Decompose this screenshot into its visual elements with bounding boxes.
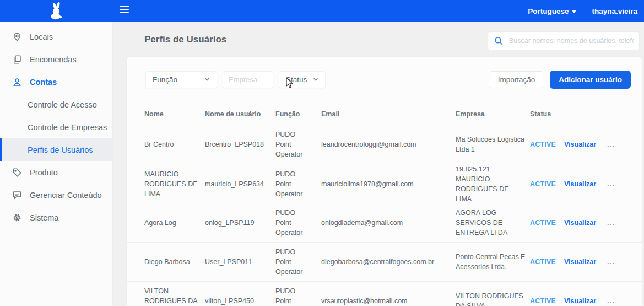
message-icon bbox=[12, 190, 22, 200]
sidebar-item-label: Contas bbox=[30, 78, 57, 87]
sidebar-item-contas[interactable]: Contas bbox=[0, 71, 112, 93]
col-header-status: Status bbox=[530, 110, 564, 118]
visualizar-link[interactable]: Visualizar bbox=[564, 219, 596, 227]
filter-bar: Função Status Importação Adicionar usuár… bbox=[145, 71, 631, 88]
sidebar-item-label: Encomendas bbox=[30, 55, 77, 64]
search-box bbox=[488, 31, 640, 50]
sidebar-item-locais[interactable]: Locais bbox=[0, 25, 112, 48]
sidebar-item-encomendas[interactable]: Encomendas bbox=[0, 48, 112, 71]
adicionar-usuario-button[interactable]: Adicionar usuário bbox=[550, 71, 631, 89]
row-actions-ellipsis-icon[interactable]: ... bbox=[607, 179, 629, 190]
visualizar-link[interactable]: Visualizar bbox=[564, 180, 596, 188]
visualizar-link[interactable]: Visualizar bbox=[564, 297, 596, 305]
sidebar-item-label: Controle de Acesso bbox=[28, 100, 97, 109]
person-icon bbox=[12, 77, 22, 87]
cell-funcao: PUDO Point Operator bbox=[275, 286, 311, 306]
cell-username: mauricio_LPSP634 bbox=[205, 179, 275, 189]
table-row: VILTON RODRIGUES DA SILVA vilton_LPSP450… bbox=[127, 281, 642, 306]
sidebar-item-controle-de-acesso[interactable]: Controle de Acesso bbox=[0, 93, 112, 116]
empresa-input[interactable] bbox=[229, 76, 267, 84]
row-actions-ellipsis-icon[interactable]: ... bbox=[607, 139, 629, 150]
language-label: Portuguese bbox=[528, 7, 569, 15]
cell-nome: MAURICIO RODRIGUES DE LIMA bbox=[144, 169, 205, 199]
table-row: Agora Log onlog_LPSP119 PUDO Point Opera… bbox=[127, 203, 642, 242]
table-row: Br Centro Brcentro_LPSP018 PUDO Point Op… bbox=[127, 125, 642, 164]
cell-username: onlog_LPSP119 bbox=[205, 218, 275, 228]
search-input[interactable] bbox=[509, 37, 634, 45]
sidebar-item-produto[interactable]: Produto bbox=[0, 161, 112, 184]
rabbit-logo-icon bbox=[47, 2, 66, 20]
funcao-select-value: Função bbox=[153, 76, 177, 84]
mouse-cursor bbox=[285, 77, 294, 89]
cell-username: vilton_LPSP450 bbox=[205, 296, 275, 306]
search-icon bbox=[494, 36, 504, 46]
pages-icon bbox=[12, 55, 22, 65]
col-header-username: Nome de usuário bbox=[205, 110, 275, 118]
visualizar-link[interactable]: Visualizar bbox=[564, 141, 596, 148]
col-header-email: Email bbox=[321, 110, 456, 118]
status-badge: ACTIVE bbox=[530, 296, 564, 306]
sidebar-item-label: Produto bbox=[30, 168, 58, 177]
cell-funcao: PUDO Point Operator bbox=[275, 169, 311, 199]
sidebar-item-label: Controle de Empresas bbox=[28, 123, 107, 132]
users-card: Função Status Importação Adicionar usuár… bbox=[127, 57, 642, 306]
sidebar-item-label: Gerenciar Conteúdo bbox=[30, 191, 102, 200]
cell-nome: Diego Barbosa bbox=[144, 257, 205, 267]
cell-nome: Br Centro bbox=[144, 139, 205, 149]
location-pin-icon bbox=[12, 32, 22, 42]
sidebar-item-gerenciar-conteudo[interactable]: Gerenciar Conteúdo bbox=[0, 184, 112, 206]
sidebar-item-label: Locais bbox=[30, 33, 53, 41]
cell-email: leandrocentrologgi@gmail.com bbox=[321, 139, 456, 149]
cell-nome: Agora Log bbox=[144, 218, 205, 228]
cell-funcao: PUDO Point Operator bbox=[275, 208, 311, 238]
cell-email: onlogdiadema@gmail.com bbox=[321, 218, 456, 228]
table-header-row: Nome Nome de usuário Função Email Empres… bbox=[127, 104, 642, 125]
row-actions-ellipsis-icon[interactable]: ... bbox=[607, 257, 629, 267]
chevron-down-icon bbox=[204, 77, 210, 82]
sidebar-item-label: Perfis de Usuários bbox=[28, 146, 93, 154]
caret-down-icon bbox=[572, 10, 576, 13]
sidebar-item-controle-de-empresas[interactable]: Controle de Empresas bbox=[0, 116, 112, 138]
chevron-down-icon bbox=[313, 77, 318, 82]
table-row: Diego Barbosa User_LPSP011 PUDO Point Op… bbox=[127, 242, 642, 281]
gear-icon bbox=[12, 213, 22, 223]
cell-empresa: VILTON RODRIGUES DA SILVA bbox=[456, 291, 530, 306]
cell-username: Brcentro_LPSP018 bbox=[205, 139, 275, 149]
table-body: Br Centro Brcentro_LPSP018 PUDO Point Op… bbox=[127, 125, 642, 306]
cell-empresa: AGORA LOG SERVICOS DE ENTREGA LTDA bbox=[456, 208, 530, 238]
status-badge: ACTIVE bbox=[530, 218, 564, 228]
tag-icon bbox=[12, 168, 22, 178]
funcao-select[interactable]: Função bbox=[145, 71, 217, 88]
language-dropdown[interactable]: Portuguese bbox=[528, 7, 576, 15]
page-title: Perfis de Usuários bbox=[144, 34, 226, 45]
table-row: MAURICIO RODRIGUES DE LIMA mauricio_LPSP… bbox=[127, 164, 642, 203]
status-badge: ACTIVE bbox=[530, 179, 564, 189]
col-header-funcao: Função bbox=[275, 110, 321, 118]
top-bar: Portuguese thayna.vieira bbox=[0, 0, 644, 22]
cell-funcao: PUDO Point Operator bbox=[275, 247, 311, 277]
visualizar-link[interactable]: Visualizar bbox=[564, 258, 596, 266]
main-content: Perfis de Usuários Função Status Importa… bbox=[113, 22, 644, 306]
importacao-button[interactable]: Importação bbox=[490, 71, 544, 88]
menu-hamburger-icon[interactable] bbox=[120, 6, 129, 13]
cell-empresa: Ma Solucoes Logistica Ltda 1 bbox=[456, 135, 530, 154]
col-header-nome: Nome bbox=[144, 110, 205, 118]
row-actions-ellipsis-icon[interactable]: ... bbox=[607, 218, 629, 228]
col-header-empresa: Empresa bbox=[456, 110, 530, 118]
cell-username: User_LPSP011 bbox=[205, 257, 275, 267]
cell-email: mauriciolima1978@gmail.com bbox=[321, 179, 456, 189]
cell-email: vrsautoplastic@hotmail.com bbox=[321, 296, 456, 306]
sidebar: Locais Encomendas Contas Controle de Ace… bbox=[0, 22, 113, 306]
cell-empresa: 19.825.121 MAURICIO RODRIGUES DE LIMA bbox=[456, 164, 530, 205]
status-badge: ACTIVE bbox=[530, 257, 564, 267]
cell-funcao: PUDO Point Operator bbox=[275, 130, 311, 159]
status-badge: ACTIVE bbox=[530, 139, 564, 149]
cell-empresa: Ponto Central Pecas E Acessorios Ltda. bbox=[456, 252, 530, 272]
username-label: thayna.vieira bbox=[592, 7, 637, 15]
cell-email: diegobarbosa@centralfogoes.com.br bbox=[321, 257, 456, 267]
sidebar-item-perfis-de-usuarios[interactable]: Perfis de Usuários bbox=[0, 138, 112, 161]
sidebar-item-sistema[interactable]: Sistema bbox=[0, 206, 112, 229]
cell-nome: VILTON RODRIGUES DA SILVA bbox=[144, 286, 205, 306]
row-actions-ellipsis-icon[interactable]: ... bbox=[607, 296, 629, 306]
empresa-filter bbox=[223, 71, 273, 88]
